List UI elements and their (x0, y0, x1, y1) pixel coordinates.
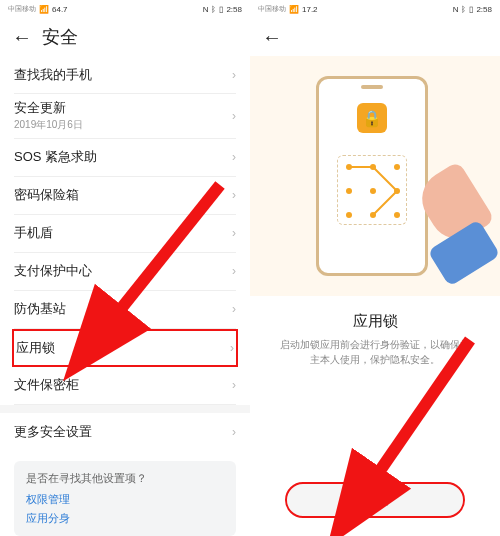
app-lock-intro-screen: 中国移动 📶 17.2 N ᛒ ▯ 2:58 ← 🔒 (250, 0, 500, 536)
row-file-safe[interactable]: 文件保密柜› (14, 367, 236, 405)
back-icon[interactable]: ← (262, 26, 282, 49)
header: ← 安全 (0, 18, 250, 56)
carrier-label: 中国移动 (258, 4, 286, 14)
hint-link-permissions[interactable]: 权限管理 (26, 492, 224, 507)
row-label: 查找我的手机 (14, 67, 92, 83)
chevron-right-icon: › (232, 68, 236, 82)
chevron-right-icon: › (232, 378, 236, 392)
row-sos[interactable]: SOS 紧急求助› (14, 139, 236, 177)
lock-icon: 🔒 (357, 103, 387, 133)
row-security-update[interactable]: 安全更新2019年10月6日› (14, 94, 236, 139)
battery-icon: ▯ (219, 5, 223, 14)
row-find-my-phone[interactable]: 查找我的手机› (14, 56, 236, 94)
row-label: 支付保护中心 (14, 263, 92, 279)
hint-link-app-twin[interactable]: 应用分身 (26, 511, 224, 526)
net-speed: 64.7 (52, 5, 68, 14)
net-speed: 17.2 (302, 5, 318, 14)
row-app-lock[interactable]: 应用锁› (12, 329, 238, 367)
chevron-right-icon: › (230, 341, 234, 355)
status-bar: 中国移动 📶 64.7 N ᛒ ▯ 2:58 (0, 0, 250, 18)
row-label: 密码保险箱 (14, 187, 79, 203)
chevron-right-icon: › (232, 302, 236, 316)
row-fake-base-station[interactable]: 防伪基站› (14, 291, 236, 329)
row-label: 手机盾 (14, 225, 53, 241)
row-label: 文件保密柜 (14, 377, 79, 393)
chevron-right-icon: › (232, 226, 236, 240)
battery-icon: ▯ (469, 5, 473, 14)
row-phone-shield[interactable]: 手机盾› (14, 215, 236, 253)
row-label: SOS 紧急求助 (14, 149, 97, 165)
chevron-right-icon: › (232, 264, 236, 278)
clock: 2:58 (476, 5, 492, 14)
nfc-icon: N (453, 5, 459, 14)
feature-desc: 启动加锁应用前会进行身份验证，以确保机主本人使用，保护隐私安全。 (250, 331, 500, 367)
clock: 2:58 (226, 5, 242, 14)
row-more-security[interactable]: 更多安全设置› (14, 413, 236, 451)
feature-title: 应用锁 (250, 312, 500, 331)
enable-button-label: 开启 (361, 491, 389, 509)
bt-icon: ᛒ (461, 5, 466, 14)
row-label: 安全更新 (14, 100, 83, 116)
row-label: 应用锁 (16, 340, 55, 356)
settings-security-screen: 中国移动 📶 64.7 N ᛒ ▯ 2:58 ← 安全 查找我的手机› 安全更新… (0, 0, 250, 536)
settings-list: 查找我的手机› 安全更新2019年10月6日› SOS 紧急求助› 密码保险箱›… (0, 56, 250, 451)
hint-question: 是否在寻找其他设置项？ (26, 471, 224, 486)
hint-box: 是否在寻找其他设置项？ 权限管理 应用分身 (14, 461, 236, 536)
chevron-right-icon: › (232, 150, 236, 164)
back-icon[interactable]: ← (12, 26, 32, 49)
signal-icon: 📶 (39, 5, 49, 14)
chevron-right-icon: › (232, 425, 236, 439)
header: ← (250, 18, 500, 56)
illustration: 🔒 (250, 56, 500, 296)
section-gap (0, 405, 250, 413)
row-password-vault[interactable]: 密码保险箱› (14, 177, 236, 215)
row-sub: 2019年10月6日 (14, 118, 83, 132)
enable-button[interactable]: 开启 (285, 482, 465, 518)
page-title: 安全 (42, 25, 78, 49)
nfc-icon: N (203, 5, 209, 14)
hand-icon (412, 166, 482, 266)
row-label: 防伪基站 (14, 301, 66, 317)
chevron-right-icon: › (232, 188, 236, 202)
chevron-right-icon: › (232, 109, 236, 123)
signal-icon: 📶 (289, 5, 299, 14)
bt-icon: ᛒ (211, 5, 216, 14)
status-bar: 中国移动 📶 17.2 N ᛒ ▯ 2:58 (250, 0, 500, 18)
carrier-label: 中国移动 (8, 4, 36, 14)
pattern-icon (337, 155, 407, 225)
row-label: 更多安全设置 (14, 424, 92, 440)
row-payment-protect[interactable]: 支付保护中心› (14, 253, 236, 291)
